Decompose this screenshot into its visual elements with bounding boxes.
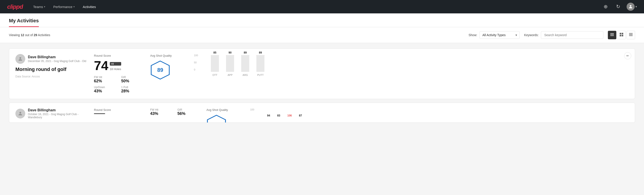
avg-shot-title-0: Avg Shot Quality — [150, 54, 172, 57]
card-left-0: Dave Billingham December 05, 2021 - Gog … — [16, 54, 87, 78]
hex-container-0: 89 — [150, 60, 170, 80]
bar-app-0: 90 APP — [226, 51, 234, 76]
stat-value-1putt-0: 28% — [121, 89, 143, 94]
search-input[interactable] — [541, 31, 604, 39]
card-stats-1: Round Score — [94, 108, 143, 114]
bar-app-label-0: APP — [228, 74, 232, 76]
stat-value-fw-hit-1: 43% — [150, 111, 172, 116]
stat-item-gir-1: GIR 56% — [178, 108, 199, 116]
stat-grid-0: FW Hit 62% GIR 50% Up/Down 43% 1 Putt 28… — [94, 76, 143, 94]
score-badge-0: +4 — [110, 62, 121, 66]
svg-rect-9 — [629, 34, 632, 34]
stat-value-gir-1: 56% — [178, 111, 199, 116]
y-labels-1: 100 — [250, 108, 254, 112]
view-grid-button[interactable] — [617, 31, 626, 39]
bar-putt-value-0: 89 — [259, 51, 262, 54]
page-header: My Activities — [0, 14, 644, 27]
bar-chart-inner-0: 85 OTT 90 APP — [211, 54, 628, 76]
bar-ott-1: 94 — [267, 114, 270, 117]
nav-right: ⊕ ↻ ▾ — [602, 3, 637, 11]
score-info-0: +4 18 Holes — [110, 62, 121, 72]
stat-value-fw-hit-0: 62% — [94, 79, 116, 84]
svg-rect-12 — [629, 36, 632, 36]
navbar: clippd Teams ▾ Performance ▾ Activities … — [0, 0, 644, 14]
activity-card-1: Dave Billingham October 16, 2021 - Gog M… — [9, 103, 635, 123]
nav-items: Teams ▾ Performance ▾ Activities — [30, 3, 594, 10]
score-number-0: 74 — [94, 59, 108, 72]
bar-ott-fill-0 — [211, 55, 219, 72]
user-name-0: Dave Billingham — [28, 55, 86, 59]
viewing-count: 12 — [21, 33, 24, 37]
card-avatar-1 — [16, 109, 25, 118]
bar-chart-section-1: 100 94 83 106 87 — [258, 108, 628, 117]
avatar-chevron-icon: ▾ — [636, 5, 637, 8]
svg-rect-2 — [610, 34, 614, 35]
page-title: My Activities — [9, 14, 39, 27]
refresh-icon: ↻ — [616, 4, 620, 10]
bar-arg-value-1: 106 — [288, 114, 292, 117]
bar-ott-value-0: 85 — [213, 51, 216, 54]
activity-type-select[interactable]: All Activity Types — [480, 31, 520, 39]
bar-app-fill-0 — [226, 55, 234, 72]
hex-number-0: 89 — [157, 67, 163, 73]
nav-item-performance[interactable]: Performance ▾ — [50, 3, 78, 10]
card-title-0: Morning round of golf — [16, 66, 87, 72]
avatar — [626, 3, 635, 11]
bar-ott-wrap-0 — [211, 55, 219, 72]
svg-rect-4 — [620, 33, 621, 34]
filter-bar: Viewing 12 out of 29 Activities Show: Al… — [0, 27, 644, 43]
add-button[interactable]: ⊕ — [602, 3, 610, 11]
plus-icon: ⊕ — [604, 4, 608, 9]
hexagon-1 — [206, 114, 226, 123]
stat-item-updown-0: Up/Down 43% — [94, 86, 116, 94]
show-filter-group: Show: All Activity Types — [468, 31, 520, 39]
view-list-dense-button[interactable] — [608, 31, 616, 39]
svg-point-15 — [20, 112, 21, 114]
bar-arg-fill-0 — [241, 55, 249, 72]
main-content: ✏ Dave Billingham December 05, 2021 - Go… — [0, 43, 644, 128]
bar-putt-0: 89 PUTT — [256, 51, 264, 76]
bar-arg-wrap-0 — [241, 55, 249, 72]
stat-label-fw-hit-1: FW Hit — [150, 108, 172, 111]
bar-putt-fill-0 — [256, 55, 264, 72]
user-avatar-wrapper[interactable]: ▾ — [626, 3, 637, 11]
stat-label-gir-0: GIR — [121, 76, 143, 79]
y-label-100-1: 100 — [250, 108, 254, 111]
card-user-1: Dave Billingham October 16, 2021 - Gog M… — [16, 108, 87, 119]
view-list-compact-button[interactable] — [626, 31, 635, 39]
stat-label-fw-hit-0: FW Hit — [94, 76, 116, 79]
svg-rect-8 — [629, 33, 632, 34]
nav-teams-chevron-icon: ▾ — [44, 5, 45, 8]
stat-item-fw-hit-0: FW Hit 62% — [94, 76, 116, 84]
app-logo[interactable]: clippd — [7, 3, 23, 10]
nav-item-activities[interactable]: Activities — [80, 3, 99, 10]
bar-app-1: 83 — [277, 114, 280, 117]
round-score-label-1: Round Score — [94, 108, 143, 112]
viewing-total: 29 — [34, 33, 37, 37]
stat-label-gir-1: GIR — [178, 108, 199, 111]
stat-item-fw-hit-1: FW Hit 43% — [150, 108, 172, 116]
card-stats-0: Round Score 74 +4 18 Holes FW Hit 62% GI… — [94, 54, 143, 94]
nav-item-activities-label: Activities — [83, 5, 96, 9]
stat-item-1putt-0: 1 Putt 28% — [121, 86, 143, 94]
score-holes-0: 18 Holes — [110, 68, 121, 71]
nav-performance-chevron-icon: ▾ — [74, 5, 75, 8]
viewing-suffix: Activities — [37, 33, 50, 37]
nav-item-teams[interactable]: Teams ▾ — [30, 3, 48, 10]
bar-ott-label-0: OTT — [212, 74, 217, 76]
svg-point-13 — [20, 57, 21, 59]
chart-wrapper-1: 100 94 83 106 87 — [258, 108, 628, 117]
bar-ott-value-1: 94 — [267, 114, 270, 117]
stat-label-1putt-0: 1 Putt — [121, 86, 143, 89]
card-source-0: Data Source: Arccos — [16, 75, 87, 78]
refresh-button[interactable]: ↻ — [614, 3, 622, 11]
bar-putt-1: 87 — [299, 114, 302, 117]
user-date-1: October 16, 2021 - Gog Magog Golf Club -… — [28, 113, 87, 119]
bar-chart-section-0: 100 50 0 85 OTT — [202, 54, 628, 76]
list-compact-icon — [629, 33, 632, 37]
hexagon-0: 89 — [150, 60, 170, 80]
bar-putt-label-0: PUTT — [257, 74, 264, 76]
bar-app-value-1: 83 — [277, 114, 280, 117]
card-user-0: Dave Billingham December 05, 2021 - Gog … — [16, 54, 87, 64]
stat-item-gir-0: GIR 50% — [121, 76, 143, 84]
